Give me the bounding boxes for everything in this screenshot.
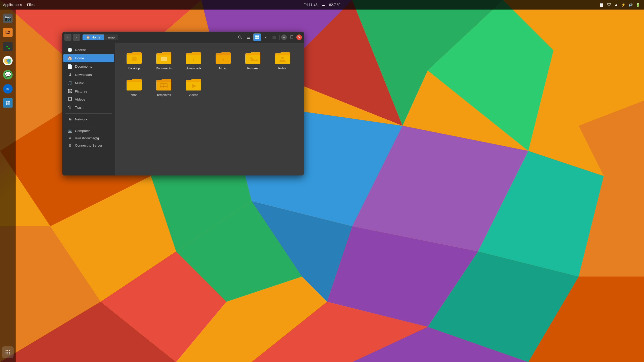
wifi-icon: ▲ [614,3,618,7]
applications-menu[interactable]: Applications [3,3,22,7]
svg-rect-58 [272,36,276,36]
svg-rect-54 [255,35,257,37]
sidebar-item-home[interactable]: 🏠 Home [63,54,114,62]
dock-item-mumble[interactable]: 💬 [2,69,14,80]
svg-point-69 [281,57,284,59]
home-label: Home [92,35,100,39]
mumble-icon: 💬 [3,70,13,79]
folder-videos[interactable]: Videos [180,74,207,99]
snap-label: snap [108,35,115,39]
show-apps-button[interactable] [2,346,14,358]
documents-folder-label: Documents [156,66,172,70]
svg-point-41 [7,350,8,351]
sidebar-item-computer[interactable]: 💻 Computer [63,127,114,134]
blue-app-icon [3,98,13,108]
desktop-folder-icon [126,51,142,64]
forward-button[interactable]: › [73,34,80,41]
minimize-button[interactable]: – [281,34,287,40]
back-button[interactable]: ‹ [64,34,71,41]
sidebar-item-pictures[interactable]: 🖼 Pictures [63,87,114,95]
svg-rect-61 [132,57,137,61]
dock-item-thunderbird[interactable]: ✉ [2,83,14,95]
network-icon: 🖧 [67,117,72,121]
dock-item-blue-app[interactable] [2,97,14,109]
home-breadcrumb[interactable]: 🏠 Home [83,34,104,40]
folder-templates[interactable]: Templates [150,74,178,99]
svg-rect-38 [6,103,8,105]
svg-rect-64 [162,58,166,58]
music-folder-icon: ♪ [215,51,231,64]
folder-public[interactable]: Public [269,48,296,72]
snap-breadcrumb[interactable]: snap [104,34,118,40]
sidebar-item-downloads[interactable]: ⬇ Downloads [63,71,114,79]
videos-folder-icon [185,77,202,91]
dock-item-chrome[interactable] [2,55,14,66]
home-icon: 🏠 [86,35,90,39]
svg-rect-60 [272,38,276,38]
dock-item-files[interactable]: 🗂 [2,27,14,38]
pictures-icon: 🖼 [67,89,72,94]
sort-button[interactable] [262,33,269,41]
svg-point-47 [7,353,8,354]
folder-pictures[interactable]: Pictures [239,48,267,72]
taskbar-right: 📋 🛡 ▲ ⚡ 🔊 🔋 [599,3,644,7]
svg-rect-56 [255,37,257,39]
file-manager-window: ‹ › 🏠 Home snap [62,32,304,175]
svg-rect-37 [8,101,10,103]
maximize-button[interactable]: ❐ [288,33,295,41]
folder-desktop[interactable]: Desktop [120,48,148,72]
documents-folder-icon [156,51,172,64]
terminal-icon: >_ [3,42,13,51]
grid-view-button[interactable] [253,33,261,41]
pictures-folder-label: Pictures [247,66,258,70]
svg-point-32 [7,60,9,62]
svg-text:✉: ✉ [6,87,9,91]
sidebar-item-music[interactable]: 🎵 Music [63,79,114,87]
sidebar-item-connect-server[interactable]: 🖥 Connect to Server [63,142,114,149]
downloads-label: Downloads [75,73,92,77]
documents-icon: 📄 [67,64,72,69]
battery-icon: 🔋 [636,3,640,7]
screenshot-icon: 📷 [3,14,13,23]
downloads-folder-icon: ↓ [185,51,202,64]
weather-temp: 82.7 °F [329,3,340,7]
music-label: Music [75,81,84,85]
sidebar-item-account[interactable]: 🖥 rawashbourne@g... [63,134,114,142]
menu-button[interactable] [270,33,278,41]
folder-music[interactable]: ♪ Music [209,48,237,72]
location-bar: 🏠 Home snap [83,34,118,40]
folder-snap[interactable]: snap [120,74,148,99]
svg-rect-53 [247,38,250,39]
sidebar-item-network[interactable]: 🖧 Network [63,116,114,123]
network-label: Network [75,117,88,121]
close-button[interactable]: ✕ [296,34,302,40]
svg-point-48 [9,353,10,354]
templates-folder-label: Templates [157,93,171,97]
search-button[interactable] [236,33,244,41]
folder-documents[interactable]: Documents [150,48,178,72]
videos-folder-label: Videos [189,93,198,97]
files-menu[interactable]: Files [27,3,35,7]
folder-downloads[interactable]: ↓ Downloads [180,48,207,72]
clock: Fri 11:43 [304,3,317,7]
sidebar-item-trash[interactable]: 🗑 Trash [63,103,114,111]
svg-text:↓: ↓ [192,57,195,62]
sidebar-item-documents[interactable]: 📄 Documents [63,62,114,71]
svg-rect-51 [247,36,250,36]
desktop-folder-label: Desktop [128,66,140,70]
files-icon: 🗂 [3,28,13,37]
sidebar-item-recent[interactable]: 🕐 Recent [63,46,114,54]
svg-point-43 [6,352,7,353]
account-icon: 🖥 [67,136,72,140]
recent-icon: 🕐 [67,48,72,52]
svg-point-42 [9,350,10,351]
list-view-button[interactable] [245,33,252,41]
home-nav-label: Home [75,56,84,60]
dock-item-terminal[interactable]: >_ [2,41,14,52]
dock-item-screenshot[interactable]: 📷 [2,13,14,24]
svg-rect-65 [162,59,165,59]
sidebar-item-videos[interactable]: 🎞 Videos [63,95,114,103]
titlebar: ‹ › 🏠 Home snap [62,32,304,43]
sidebar-separator-2 [65,125,112,125]
svg-rect-59 [272,37,276,37]
